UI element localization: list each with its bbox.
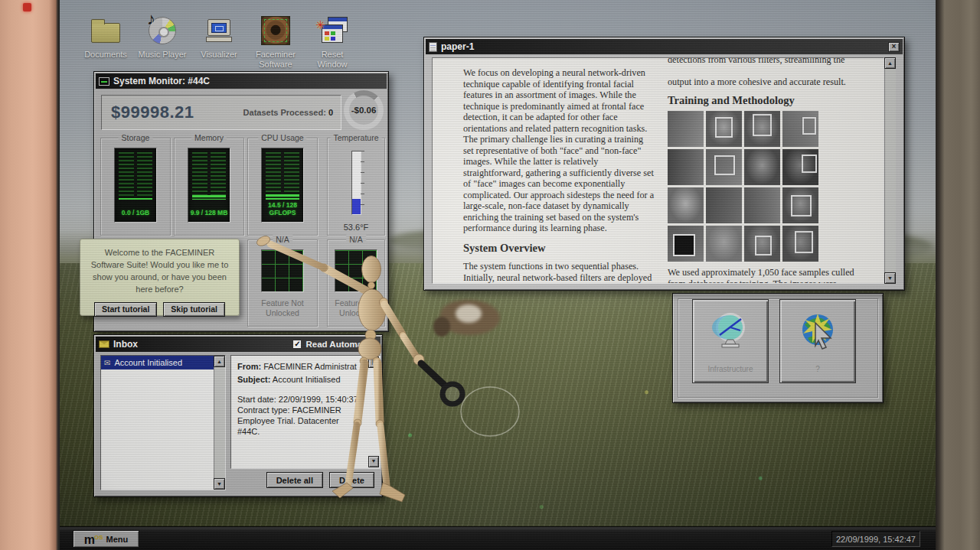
music-note-icon: ♪	[147, 9, 155, 29]
icon-visualizer[interactable]: Visualizer	[193, 15, 245, 69]
monitor-icon	[99, 77, 109, 86]
scroll-up-button[interactable]: ▲	[214, 356, 225, 367]
mannequin-assistant[interactable]	[251, 233, 527, 509]
face-sample	[744, 226, 780, 262]
system-monitor-titlebar[interactable]: System Monitor: #44C	[96, 73, 387, 89]
icon-reset-window[interactable]: ✳ Reset Window	[306, 15, 358, 69]
face-sample	[668, 187, 704, 223]
led-screen: 9.9 / 128 MB	[188, 148, 230, 223]
computer-icon	[207, 19, 230, 36]
tutorial-popup: Welcome to the FACEMINER Software Suite!…	[80, 239, 240, 316]
desktop-screen: Documents ♪ Music Player Visualizer Face…	[60, 0, 936, 550]
windows-icon: ✳	[317, 17, 348, 44]
detection-box	[791, 195, 811, 216]
detection-box	[715, 117, 733, 138]
search-circle-marking	[461, 387, 519, 436]
scroll-track[interactable]	[214, 367, 225, 478]
gauge-title: Memory	[191, 133, 227, 142]
start-tutorial-button[interactable]: Start tutorial	[94, 302, 157, 317]
window-title: paper-1	[441, 41, 474, 52]
paper-titlebar[interactable]: paper-1 ×	[426, 39, 903, 54]
paper-scrollbar[interactable]: ▲ ▼	[884, 57, 897, 284]
gauge-unit: GFLOPS	[270, 209, 296, 216]
detection-box	[714, 155, 734, 175]
temperature-slider[interactable]	[351, 151, 361, 215]
unknown-app-button[interactable]: ?	[779, 299, 856, 383]
power-led	[23, 3, 31, 11]
gauge-value: 9.9 / 128 MB	[191, 209, 228, 216]
face-sample	[782, 149, 818, 185]
face-sample	[782, 187, 818, 223]
envelope-icon	[99, 340, 109, 348]
datasets-processed: Datasets Processed: 0	[243, 108, 341, 117]
window-title: System Monitor: #44C	[113, 76, 210, 86]
folder-icon	[91, 23, 120, 43]
paper-column-right: detections from various filters, streaml…	[668, 58, 859, 284]
datasets-value: 0	[328, 108, 333, 117]
balance-panel: $99998.21 Datasets Processed: 0	[101, 95, 341, 130]
rate-value: -$0.06	[344, 90, 384, 130]
led-screen: 0.0 / 1GB	[114, 148, 157, 223]
inbox-message-list: ✉ Account Initialised ▲ ▼	[100, 355, 226, 490]
taskbar-clock: 22/09/1999, 15:42:47	[831, 531, 920, 547]
mannequin-body	[256, 234, 424, 502]
apps-panel-window: Infrastructure ?	[672, 293, 884, 403]
rate-gauge: -$0.06	[344, 90, 384, 130]
globe-cursor-icon	[797, 311, 838, 352]
balance-value: $99998.21	[102, 103, 194, 122]
icon-documents[interactable]: Documents	[80, 15, 132, 69]
envelope-icon: ✉	[104, 359, 110, 367]
window-title: Inbox	[113, 339, 138, 350]
face-sample	[668, 111, 704, 147]
detection-box	[753, 114, 771, 136]
gauge-title: CPU Usage	[258, 133, 306, 142]
face-sample	[706, 226, 742, 262]
skip-tutorial-button[interactable]: Skip tutorial	[163, 302, 225, 317]
icon-label: Documents	[84, 50, 127, 60]
scroll-track[interactable]	[884, 69, 896, 272]
datasets-label: Datasets Processed:	[243, 108, 326, 117]
icon-music-player[interactable]: ♪ Music Player	[136, 15, 188, 69]
face-sample	[706, 111, 742, 147]
gauge-value: 14.5 / 128	[268, 201, 297, 209]
list-scrollbar[interactable]: ▲ ▼	[214, 356, 225, 490]
paper-sample-grid	[668, 111, 859, 262]
face-sample	[744, 187, 780, 223]
redacted-box	[673, 234, 695, 256]
detection-box	[755, 236, 772, 255]
os-logo: mOS	[84, 532, 103, 545]
menu-label: Menu	[106, 535, 129, 544]
monitor-bezel-left	[0, 0, 60, 550]
gauge-value: 0.0 / 1GB	[122, 209, 149, 216]
magnifying-glass[interactable]	[421, 363, 462, 404]
scroll-down-button[interactable]: ▼	[884, 272, 896, 284]
message-list-item-selected[interactable]: ✉ Account Initialised	[101, 356, 214, 369]
led-screen: 14.5 / 128 GFLOPS	[261, 148, 304, 223]
scroll-up-button[interactable]: ▲	[884, 57, 896, 69]
app-button-label: Infrastructure	[708, 365, 753, 373]
paper-paragraph: We focus on developing a neural network-…	[463, 67, 655, 234]
icon-label: Music Player	[139, 50, 187, 60]
detection-box	[802, 155, 817, 173]
paper-line: output into a more cohesive and accurate…	[668, 76, 859, 88]
scroll-down-button[interactable]: ▼	[214, 478, 225, 490]
eye-icon	[261, 16, 290, 45]
desk-globe-icon	[710, 311, 751, 352]
gauge-title: Temperature	[331, 133, 382, 142]
face-sample	[668, 149, 704, 185]
face-sample	[706, 187, 742, 223]
face-sample	[782, 226, 818, 262]
close-button[interactable]: ×	[888, 42, 900, 52]
icon-faceminer-software[interactable]: Faceminer Software	[250, 15, 302, 69]
detection-box	[795, 231, 813, 253]
menu-button[interactable]: mOS Menu	[73, 530, 139, 548]
infrastructure-button[interactable]: Infrastructure	[692, 299, 769, 383]
gauge-temperature: Temperature 53.6°F	[327, 138, 385, 236]
desktop-icon-row: Documents ♪ Music Player Visualizer Face…	[80, 15, 358, 69]
app-button-label: ?	[815, 365, 820, 373]
monitor-bezel-right	[936, 0, 980, 550]
face-sample	[668, 226, 704, 262]
paper-heading: Training and Methodology	[668, 95, 859, 106]
icon-label: Faceminer Software	[250, 50, 302, 69]
icon-label: Reset Window	[306, 50, 358, 69]
